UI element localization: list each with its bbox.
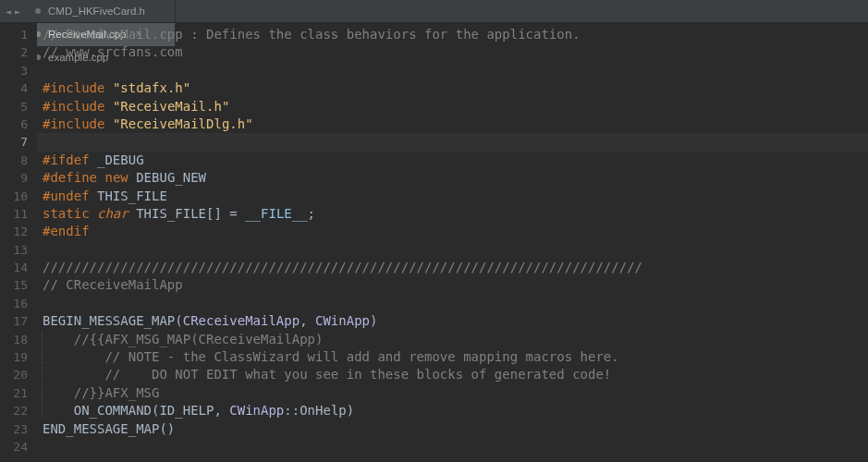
line-number: 10 (0, 188, 37, 205)
tab-prev-icon[interactable]: ◄ (6, 6, 11, 17)
code-line[interactable]: //{{AFX_MSG_MAP(CReceiveMailApp) (37, 331, 868, 348)
line-number: 22 (0, 402, 37, 419)
code-line[interactable] (37, 62, 868, 79)
tab-label: CMD_HKFiveCard.h (48, 6, 145, 17)
tab-cmd_hkfivecard-h[interactable]: CMD_HKFiveCard.h (26, 0, 176, 23)
line-number: 20 (0, 366, 37, 383)
tab-next-icon[interactable]: ► (15, 6, 20, 17)
code-line[interactable]: // DO NOT EDIT what you see in these blo… (37, 366, 868, 383)
code-line[interactable]: //}}AFX_MSG (37, 384, 868, 402)
line-number-gutter: 123456789101112131415161718192021222324 (0, 23, 37, 462)
code-line[interactable]: BEGIN_MESSAGE_MAP(CReceiveMailApp, CWinA… (37, 312, 868, 330)
line-number: 4 (0, 79, 37, 97)
code-line[interactable]: #include "ReceiveMailDlg.h" (37, 116, 868, 133)
code-line[interactable]: END_MESSAGE_MAP() (37, 420, 868, 438)
code-line[interactable]: ON_COMMAND(ID_HELP, CWinApp::OnHelp) (37, 402, 868, 419)
code-line[interactable]: // www.srcfans.com (37, 43, 868, 61)
tab-modified-icon (35, 8, 41, 14)
code-line[interactable]: #ifdef _DEBUG (37, 152, 868, 169)
line-number: 9 (0, 169, 37, 187)
code-line[interactable]: #include "stdafx.h" (37, 79, 868, 97)
code-line[interactable]: #endif (37, 223, 868, 240)
line-number: 12 (0, 223, 37, 240)
line-number: 6 (0, 116, 37, 133)
line-number: 16 (0, 295, 37, 312)
line-number: 17 (0, 312, 37, 330)
line-number: 8 (0, 152, 37, 169)
code-line[interactable] (37, 438, 868, 456)
line-number: 5 (0, 98, 37, 116)
code-line[interactable]: static char THIS_FILE[] = __FILE__; (37, 205, 868, 223)
tab-nav: ◄ ► (0, 6, 26, 17)
line-number: 24 (0, 438, 37, 456)
line-number: 11 (0, 205, 37, 223)
code-line[interactable]: // ReceiveMail.cpp : Defines the class b… (37, 26, 868, 43)
line-number: 15 (0, 276, 37, 294)
code-line[interactable]: // NOTE - the ClassWizard will add and r… (37, 348, 868, 366)
line-number: 3 (0, 62, 37, 79)
code-area[interactable]: // ReceiveMail.cpp : Defines the class b… (37, 23, 868, 462)
code-line[interactable]: ////////////////////////////////////////… (37, 259, 868, 276)
code-line[interactable]: #include "ReceiveMail.h" (37, 98, 868, 116)
code-line[interactable]: #undef THIS_FILE (37, 188, 868, 205)
line-number: 13 (0, 241, 37, 259)
line-number: 14 (0, 259, 37, 276)
code-line[interactable] (37, 241, 868, 259)
code-line[interactable]: #define new DEBUG_NEW (37, 169, 868, 187)
code-line[interactable]: // CReceiveMailApp (37, 276, 868, 294)
line-number: 2 (0, 43, 37, 61)
line-number: 19 (0, 348, 37, 366)
code-line[interactable] (37, 295, 868, 312)
code-editor[interactable]: 123456789101112131415161718192021222324 … (0, 23, 868, 462)
tab-bar: ◄ ► AuthKeysConfiguration.hAppDelegate.c… (0, 0, 868, 23)
line-number: 7 (0, 133, 37, 151)
line-number: 23 (0, 420, 37, 438)
code-line[interactable] (37, 133, 868, 151)
line-number: 21 (0, 384, 37, 402)
line-number: 1 (0, 26, 37, 43)
line-number: 18 (0, 331, 37, 348)
